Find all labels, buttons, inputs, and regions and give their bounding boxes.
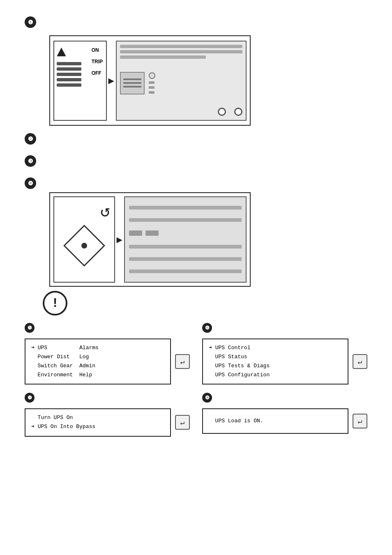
step-1-row: ❶ bbox=[25, 16, 367, 31]
step-5-header: ❺ bbox=[25, 323, 190, 336]
ups-wheels bbox=[120, 108, 242, 117]
step-6-number: ❻ bbox=[202, 323, 212, 333]
menu-box-6: ➜ UPS Control UPS Status UPS Tests & Dia… bbox=[202, 339, 348, 385]
ups-illustration-1: ▲ ON TRIP OFF bbox=[49, 35, 251, 126]
off-label: OFF bbox=[92, 70, 103, 76]
step-5-menu-row: ➜ UPS Alarms Power Dist Log Switch Gear … bbox=[25, 339, 190, 385]
ups-top-panel bbox=[120, 45, 242, 59]
warning-icon: ! bbox=[43, 291, 67, 315]
step-2-number: ❷ bbox=[25, 133, 36, 145]
breaker-lines bbox=[57, 62, 81, 87]
ups-middle-panel bbox=[120, 72, 242, 94]
step-6-menu-row: ➜ UPS Control UPS Status UPS Tests & Dia… bbox=[202, 339, 367, 385]
up-arrow-icon: ▲ bbox=[57, 45, 66, 60]
step-1-number: ❶ bbox=[25, 16, 36, 28]
step-1-section: ❶ ▲ ON bbox=[25, 16, 367, 126]
key-right-arrow-icon: ▶ bbox=[117, 234, 122, 246]
step-4-row: ❹ bbox=[25, 177, 367, 192]
menu-box-5: ➜ UPS Alarms Power Dist Log Switch Gear … bbox=[25, 339, 171, 385]
enter-key-5[interactable]: ↵ bbox=[175, 354, 190, 369]
breaker-panel: ▲ ON TRIP OFF bbox=[53, 41, 107, 121]
menu8-line1: UPS Load is ON. bbox=[209, 418, 263, 424]
step-7-header: ❼ bbox=[25, 393, 190, 406]
key-hole bbox=[80, 242, 88, 250]
ups-controls bbox=[149, 72, 155, 94]
illustration-2: ↺ ▶ bbox=[49, 192, 367, 287]
panel-buttons-row bbox=[129, 230, 242, 236]
menu5-line2: Power Dist Log bbox=[31, 354, 89, 360]
menu5-line4: Environment Help bbox=[31, 372, 92, 378]
step-7-container: ❼ Turn UPS On ➜ UPS On Into Bypass ↵ bbox=[25, 393, 190, 436]
menu-grid: ❺ ➜ UPS Alarms Power Dist Log Switch Gea… bbox=[25, 323, 367, 437]
rotate-arrow-icon: ↺ bbox=[100, 201, 110, 221]
menu-box-8: UPS Load is ON. bbox=[202, 408, 348, 434]
menu6-line4: UPS Configuration bbox=[209, 372, 270, 378]
ups-screen bbox=[120, 72, 145, 94]
step-6-container: ❻ ➜ UPS Control UPS Status UPS Tests & D… bbox=[202, 323, 367, 385]
step-3-section: ❸ bbox=[25, 155, 367, 170]
menu5-line1: ➜ UPS Alarms bbox=[31, 345, 99, 351]
menu-box-7: Turn UPS On ➜ UPS On Into Bypass bbox=[25, 408, 171, 436]
menu7-line1: Turn UPS On bbox=[31, 415, 73, 421]
enter-key-6[interactable]: ↵ bbox=[353, 354, 367, 369]
warning-section: ! bbox=[43, 291, 367, 315]
step-3-number: ❸ bbox=[25, 155, 36, 167]
menu6-line3: UPS Tests & Diags bbox=[209, 363, 270, 369]
panel-box bbox=[124, 196, 247, 283]
step-8-header: ❽ bbox=[202, 393, 367, 406]
enter-key-8[interactable]: ↵ bbox=[353, 414, 367, 428]
enter-key-7[interactable]: ↵ bbox=[175, 415, 190, 430]
menu6-line1: ➜ UPS Control bbox=[209, 345, 250, 351]
key-diamond bbox=[63, 225, 105, 267]
ups-unit bbox=[116, 41, 247, 121]
key-panel: ↺ ▶ bbox=[53, 196, 115, 283]
step-8-container: ❽ UPS Load is ON. ↵ bbox=[202, 393, 367, 436]
ups-illustration-2: ↺ ▶ bbox=[49, 192, 251, 287]
step-7-number: ❼ bbox=[25, 393, 35, 403]
switch-labels: ON TRIP OFF bbox=[92, 47, 103, 76]
step-5-container: ❺ ➜ UPS Alarms Power Dist Log Switch Gea… bbox=[25, 323, 190, 385]
page: ❶ ▲ ON bbox=[0, 0, 392, 555]
step-4-number: ❹ bbox=[25, 177, 36, 189]
trip-label: TRIP bbox=[92, 59, 103, 64]
menu7-line2: ➜ UPS On Into Bypass bbox=[31, 424, 95, 430]
right-arrow-icon: ▶ bbox=[108, 75, 114, 87]
step-2-row: ❷ bbox=[25, 133, 367, 148]
menu5-line3: Switch Gear Admin bbox=[31, 363, 95, 369]
step-7-menu-row: Turn UPS On ➜ UPS On Into Bypass ↵ bbox=[25, 408, 190, 436]
on-label: ON bbox=[92, 47, 103, 53]
step-5-number: ❺ bbox=[25, 323, 35, 333]
step-2-section: ❷ bbox=[25, 133, 367, 148]
illustration-1: ▲ ON TRIP OFF bbox=[49, 35, 367, 126]
step-3-row: ❸ bbox=[25, 155, 367, 170]
step-6-header: ❻ bbox=[202, 323, 367, 336]
step-8-number: ❽ bbox=[202, 393, 212, 403]
step-4-section: ❹ ↺ ▶ bbox=[25, 177, 367, 315]
step-8-menu-row: UPS Load is ON. ↵ bbox=[202, 408, 367, 434]
menu6-line2: UPS Status bbox=[209, 354, 247, 360]
